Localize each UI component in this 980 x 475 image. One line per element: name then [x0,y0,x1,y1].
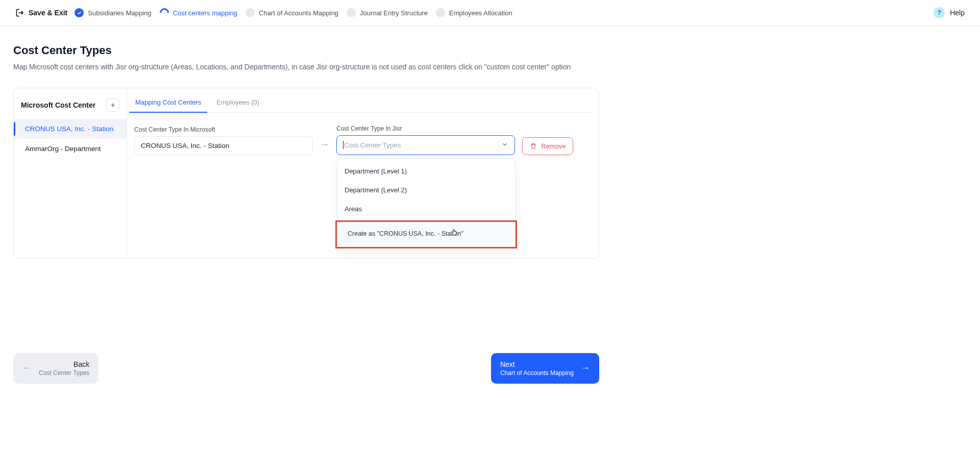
pending-icon [246,8,255,17]
mapping-area: Mapping Cost Centers Employees (0) Cost … [127,88,599,258]
remove-label: Remove [541,142,566,150]
dropdown-menu: Department (Level 1) Department (Level 2… [337,158,516,250]
step-label: Chart of Accounts Mapping [259,9,338,17]
dropdown-option[interactable]: Department (Level 2) [337,181,515,199]
progress-icon [158,6,170,19]
cost-center-list: Microsoft Cost Center CRONUS USA, Inc. -… [14,88,127,258]
back-subtitle: Cost Center Types [39,369,89,377]
next-button[interactable]: Next Chart of Accounts Mapping → [491,353,599,384]
mapping-panel: Microsoft Cost Center CRONUS USA, Inc. -… [13,88,599,259]
option-label: Department (Level 2) [345,186,407,194]
dropdown-create-option[interactable]: Create as "CRONUS USA, Inc. - Station" [340,224,512,243]
pending-icon [347,8,356,17]
tab-label: Mapping Cost Centers [135,98,201,106]
list-item[interactable]: CRONUS USA, Inc. - Station [14,119,127,139]
option-label: Areas [345,205,362,213]
footer-nav: ← Back Cost Center Types Next Chart of A… [0,338,612,399]
step-label: Cost centers mapping [173,9,237,17]
save-exit-button[interactable]: Save & Exit [15,8,67,18]
tab-label: Employees (0) [216,98,259,106]
arrow-left-icon: ← [22,363,32,373]
step-employees-allocation[interactable]: Employees Allocation [436,8,512,17]
chevron-down-icon [501,141,508,149]
create-option-label: Create as "CRONUS USA, Inc. - Station" [348,230,463,237]
back-button-text: Back Cost Center Types [39,360,89,377]
step-label: Journal Entry Structure [360,9,428,17]
step-subsidiaries[interactable]: Subsidiaries Mapping [75,8,151,17]
page-description: Map Microsoft cost centers with Jisr org… [13,62,599,72]
next-subtitle: Chart of Accounts Mapping [500,369,574,377]
page-title: Cost Center Types [13,44,599,57]
option-label: Department (Level 1) [345,167,407,175]
add-cost-center-button[interactable] [106,98,119,112]
dropdown-option[interactable]: Department (Level 1) [337,162,515,181]
exit-icon [15,8,26,18]
back-button[interactable]: ← Back Cost Center Types [13,353,99,384]
list-item[interactable]: AmmarOrg - Department [14,139,127,159]
stepper: Subsidiaries Mapping Cost centers mappin… [75,8,512,17]
tab-mapping-cost-centers[interactable]: Mapping Cost Centers [134,92,202,112]
topbar: Save & Exit Subsidiaries Mapping Cost ce… [0,0,980,26]
remove-button[interactable]: Remove [522,137,573,155]
list-header-title: Microsoft Cost Center [21,101,95,109]
list-item-label: CRONUS USA, Inc. - Station [25,125,113,133]
dropdown-option[interactable]: Areas [337,199,515,218]
step-chart-of-accounts[interactable]: Chart of Accounts Mapping [246,8,338,17]
back-title: Back [74,360,89,368]
select-placeholder: Cost Center Types [343,141,401,149]
help-icon: ? [934,7,945,18]
save-exit-label: Save & Exit [29,9,67,17]
step-label: Subsidiaries Mapping [88,9,151,17]
trash-icon [530,142,537,149]
next-button-text: Next Chart of Accounts Mapping [500,360,574,377]
step-journal-entry[interactable]: Journal Entry Structure [347,8,428,17]
next-title: Next [500,360,515,368]
arrow-right-icon: → [581,363,590,373]
ms-cost-center-value: CRONUS USA, Inc. - Station [141,142,229,149]
arrow-right-icon: → [320,130,329,150]
pending-icon [436,8,445,17]
jisr-cost-center-select[interactable]: Cost Center Types Department (Level 1) D… [336,135,515,155]
check-icon [75,8,84,17]
jisr-cost-center-col: Cost Center Type In Jisr Cost Center Typ… [336,125,515,155]
content: Cost Center Types Map Microsoft cost cen… [0,26,612,277]
ms-cost-center-label: Cost Center Type In Microsoft [134,126,313,133]
list-item-label: AmmarOrg - Department [25,145,101,153]
jisr-cost-center-label: Cost Center Type In Jisr [336,125,515,132]
ms-cost-center-col: Cost Center Type In Microsoft CRONUS USA… [134,126,313,155]
help-label: Help [950,9,965,17]
tabs: Mapping Cost Centers Employees (0) [134,88,592,113]
topbar-left: Save & Exit Subsidiaries Mapping Cost ce… [15,8,512,18]
highlighted-option-frame: Create as "CRONUS USA, Inc. - Station" [335,220,517,248]
step-cost-centers[interactable]: Cost centers mapping [160,8,237,17]
ms-cost-center-input[interactable]: CRONUS USA, Inc. - Station [134,136,313,155]
help-button[interactable]: ? Help [934,7,965,18]
cost-center-list-header: Microsoft Cost Center [14,88,127,119]
tab-employees[interactable]: Employees (0) [215,92,260,112]
step-label: Employees Allocation [449,9,512,17]
mapping-row: Cost Center Type In Microsoft CRONUS USA… [134,125,592,155]
